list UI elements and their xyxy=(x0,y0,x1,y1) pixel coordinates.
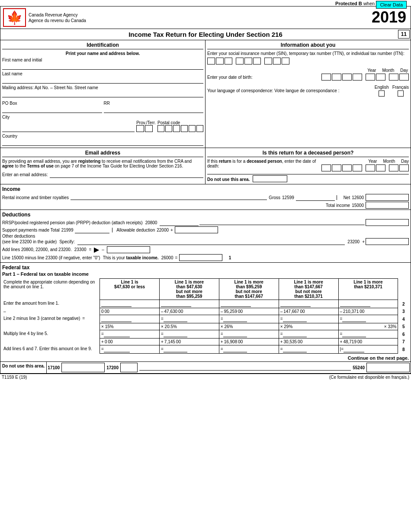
sin-box-7[interactable] xyxy=(264,58,272,64)
sin-box-5[interactable] xyxy=(244,58,252,64)
email-input[interactable] xyxy=(50,171,203,178)
allowable-label: Allowable deduction xyxy=(116,228,155,232)
r8-c4-input[interactable] xyxy=(283,346,307,352)
r4-c3-input[interactable] xyxy=(223,316,247,322)
part1-title: Part 1 – Federal tax on taxable income xyxy=(2,271,409,277)
sin-box-3[interactable] xyxy=(225,58,232,64)
dob-y3[interactable] xyxy=(342,74,352,81)
postal-box1[interactable] xyxy=(157,125,164,132)
dob-m1[interactable] xyxy=(366,74,375,81)
row4-num: 4 xyxy=(398,315,409,323)
agency-en: Canada Revenue Agency xyxy=(29,12,86,18)
r5-c5-pct: 33% xyxy=(388,324,396,329)
r2-c3-input[interactable] xyxy=(221,301,251,307)
english-checkbox[interactable] xyxy=(379,90,385,97)
postal-box5[interactable] xyxy=(189,125,196,132)
net-input[interactable] xyxy=(366,194,409,201)
r6-c1-input[interactable] xyxy=(104,331,130,337)
rr-input[interactable] xyxy=(104,106,204,113)
death-y2[interactable] xyxy=(332,164,341,171)
do-not-use-label: Do not use this area. xyxy=(207,177,250,182)
mailing-input[interactable] xyxy=(2,90,203,97)
line-17200: 17200 xyxy=(106,365,119,370)
sin-box-1[interactable] xyxy=(207,58,215,64)
dob-y1[interactable] xyxy=(321,74,331,81)
dob-m2[interactable] xyxy=(376,74,385,81)
country-input[interactable] xyxy=(2,139,203,146)
r6-c2-input[interactable] xyxy=(164,331,187,337)
r6-c3-input[interactable] xyxy=(223,331,247,337)
dob-d2[interactable] xyxy=(399,74,409,81)
rrsp-right-input[interactable] xyxy=(366,219,409,226)
death-y3[interactable] xyxy=(342,164,352,171)
city-input[interactable] xyxy=(2,125,135,132)
allowable-line: 22000 xyxy=(157,228,169,232)
sin-box-4[interactable] xyxy=(236,58,244,64)
gross-input[interactable] xyxy=(296,194,335,201)
dob-d1[interactable] xyxy=(389,74,398,81)
year-header: Year xyxy=(367,68,376,73)
maple-leaf-icon: 🍁 xyxy=(3,8,26,27)
allowable-input[interactable] xyxy=(175,226,218,233)
r3-c2-dec: 00 xyxy=(178,309,183,314)
r4-c4-input[interactable] xyxy=(283,316,307,322)
death-y4[interactable] xyxy=(353,164,362,171)
last-name-input[interactable] xyxy=(2,77,203,84)
agency-fr: Agence du revenu du Canada xyxy=(29,18,86,23)
r6-c4-input[interactable] xyxy=(283,331,307,337)
r6-c5-input[interactable] xyxy=(342,331,366,337)
add-lines-input[interactable] xyxy=(107,246,150,253)
total-income-input[interactable] xyxy=(366,202,409,209)
form-number: 11 xyxy=(398,30,410,39)
rrsp-input[interactable] xyxy=(160,219,199,226)
r8-c5-input[interactable] xyxy=(344,346,364,352)
other-specify-input[interactable] xyxy=(77,238,345,245)
prov-box1[interactable] xyxy=(136,125,144,132)
clear-data-button[interactable]: Clear Data xyxy=(376,1,407,9)
postal-box3[interactable] xyxy=(173,125,180,132)
sin-box-8[interactable] xyxy=(273,58,281,64)
r2-c5-input[interactable] xyxy=(340,301,370,307)
minus-label: – xyxy=(102,247,104,252)
postal-box2[interactable] xyxy=(165,125,172,132)
r8-c2-input[interactable] xyxy=(164,346,187,352)
print-name-label: Print your name and address below. xyxy=(2,51,203,56)
sin-box-6[interactable] xyxy=(253,58,261,64)
total-income-label: Total income xyxy=(326,203,350,208)
death-m2[interactable] xyxy=(376,164,385,171)
taxable-input[interactable] xyxy=(179,254,222,261)
death-d2[interactable] xyxy=(399,164,409,171)
r2-c1-input[interactable] xyxy=(101,301,132,307)
r4-c1-input[interactable] xyxy=(101,316,132,322)
r2-c2-input[interactable] xyxy=(161,301,191,307)
r8-c3-input[interactable] xyxy=(223,346,247,352)
prov-box2[interactable] xyxy=(145,125,153,132)
po-box-input[interactable] xyxy=(2,106,102,113)
col5-header: Line 1 is morethan $210,371 xyxy=(338,279,398,300)
deceased-day-header: Day xyxy=(401,159,409,164)
r4-c2-input[interactable] xyxy=(164,316,187,322)
do-not-use-input[interactable] xyxy=(253,175,287,182)
sin-box-2[interactable] xyxy=(216,58,224,64)
line-17100-input[interactable] xyxy=(61,363,105,372)
r4-c5-input[interactable] xyxy=(342,316,366,322)
line-17200-input[interactable] xyxy=(120,363,138,372)
sin-box-9[interactable] xyxy=(282,58,289,64)
line-55240-input[interactable] xyxy=(366,363,410,372)
add-lines-label: Add lines 20800, 22000, and 23200. xyxy=(2,247,72,252)
other-input[interactable] xyxy=(366,238,409,245)
death-y1[interactable] xyxy=(321,164,331,171)
postal-box4[interactable] xyxy=(181,125,188,132)
rrsp-label: RRSP/pooled registered pension plan (PRP… xyxy=(2,220,143,225)
first-name-input[interactable] xyxy=(2,63,203,70)
dob-y4[interactable] xyxy=(353,74,362,81)
french-checkbox[interactable] xyxy=(398,90,404,97)
r8-c1-input[interactable] xyxy=(104,346,130,352)
death-m1[interactable] xyxy=(366,164,375,171)
support-input[interactable] xyxy=(75,226,109,233)
r2-c4-input[interactable] xyxy=(280,301,311,307)
dob-y2[interactable] xyxy=(332,74,341,81)
postal-box6[interactable] xyxy=(196,125,203,132)
death-d1[interactable] xyxy=(389,164,398,171)
row4-label: Line 2 minus line 3 (cannot be negative) xyxy=(3,316,80,321)
